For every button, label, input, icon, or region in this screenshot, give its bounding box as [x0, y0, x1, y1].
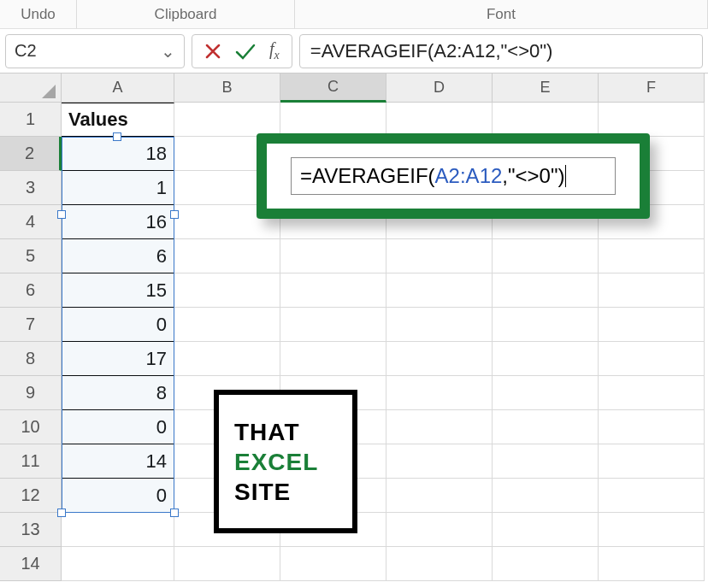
cell-a3[interactable]: 1 [62, 171, 174, 205]
row-header-13[interactable]: 13 [0, 513, 62, 547]
cell-a8[interactable]: 17 [62, 342, 174, 376]
cell-a11[interactable]: 14 [62, 444, 174, 479]
cell-e13[interactable] [493, 513, 599, 547]
cell-a9[interactable]: 8 [62, 376, 174, 410]
formula-callout: =AVERAGEIF(A2:A12,"<>0") [257, 133, 650, 219]
cell-b1[interactable] [174, 103, 280, 137]
cell-a6[interactable]: 15 [62, 273, 174, 308]
cancel-button[interactable] [201, 39, 225, 63]
logo-line-1: THAT [234, 417, 352, 447]
cell-d8[interactable] [386, 342, 493, 376]
cell-a12[interactable]: 0 [62, 479, 174, 513]
cell-a10[interactable]: 0 [62, 410, 174, 444]
select-all-corner[interactable] [0, 74, 62, 103]
cell-c14[interactable] [280, 547, 386, 581]
formula-bar-input[interactable]: =AVERAGEIF(A2:A12,"<>0") [299, 34, 703, 68]
cell-e8[interactable] [493, 342, 599, 376]
cell-e1[interactable] [493, 103, 599, 137]
row-header-9[interactable]: 9 [0, 376, 62, 410]
column-header-a[interactable]: A [62, 74, 174, 103]
cell-c1[interactable] [280, 103, 386, 137]
cell-f10[interactable] [599, 410, 705, 444]
name-box[interactable]: C2 ⌄ [5, 34, 185, 68]
cell-c7[interactable] [280, 308, 386, 342]
cell-b7[interactable] [174, 308, 280, 342]
cell-f13[interactable] [599, 513, 705, 547]
cell-d14[interactable] [386, 547, 493, 581]
row-header-3[interactable]: 3 [0, 171, 62, 205]
cell-b5[interactable] [174, 239, 280, 273]
cell-d10[interactable] [386, 410, 493, 444]
cell-d13[interactable] [386, 513, 493, 547]
cell-e9[interactable] [493, 376, 599, 410]
cell-d12[interactable] [386, 479, 493, 513]
text-cursor [565, 165, 566, 187]
cell-e14[interactable] [493, 547, 599, 581]
row-header-6[interactable]: 6 [0, 273, 62, 308]
cell-d6[interactable] [386, 273, 493, 308]
enter-button[interactable] [233, 39, 257, 63]
ribbon-group-clipboard: Clipboard [77, 0, 295, 28]
column-header-f[interactable]: F [599, 74, 705, 103]
row-14: 14 [0, 547, 708, 581]
column-header-b[interactable]: B [174, 74, 280, 103]
selection-handle[interactable] [57, 210, 66, 219]
selection-handle[interactable] [170, 509, 179, 517]
cell-e7[interactable] [493, 308, 599, 342]
fx-icon[interactable]: fx [266, 39, 283, 62]
cell-e10[interactable] [493, 410, 599, 444]
cell-f14[interactable] [599, 547, 705, 581]
cell-e6[interactable] [493, 273, 599, 308]
selection-handle[interactable] [57, 509, 66, 517]
cell-e12[interactable] [493, 479, 599, 513]
cell-c5[interactable] [280, 239, 386, 273]
cell-f12[interactable] [599, 479, 705, 513]
cell-f7[interactable] [599, 308, 705, 342]
cell-a7[interactable]: 0 [62, 308, 174, 342]
row-header-5[interactable]: 5 [0, 239, 62, 273]
row-header-12[interactable]: 12 [0, 479, 62, 513]
cell-a13[interactable] [62, 513, 174, 547]
cell-a14[interactable] [62, 547, 174, 581]
cell-f8[interactable] [599, 342, 705, 376]
cell-a5[interactable]: 6 [62, 239, 174, 273]
cell-e11[interactable] [493, 444, 599, 479]
cell-a2[interactable]: 18 [62, 137, 174, 171]
column-header-e[interactable]: E [493, 74, 599, 103]
row-header-2[interactable]: 2 [0, 137, 62, 171]
column-header-d[interactable]: D [386, 74, 493, 103]
cell-b6[interactable] [174, 273, 280, 308]
cell-f11[interactable] [599, 444, 705, 479]
chevron-down-icon[interactable]: ⌄ [161, 41, 175, 62]
row-header-7[interactable]: 7 [0, 308, 62, 342]
selection-handle[interactable] [170, 210, 179, 219]
cell-f9[interactable] [599, 376, 705, 410]
cell-d11[interactable] [386, 444, 493, 479]
cell-c8[interactable] [280, 342, 386, 376]
column-header-c[interactable]: C [280, 74, 386, 103]
row-header-4[interactable]: 4 [0, 205, 62, 239]
cell-f6[interactable] [599, 273, 705, 308]
row-header-14[interactable]: 14 [0, 547, 62, 581]
formula-edit-bar: C2 ⌄ fx =AVERAGEIF(A2:A12,"<>0") [0, 29, 708, 74]
cell-e5[interactable] [493, 239, 599, 273]
column-headers: ABCDEF [0, 74, 708, 103]
cell-a4[interactable]: 16 [62, 205, 174, 239]
cell-a1[interactable]: Values [62, 103, 174, 137]
formula-callout-input[interactable]: =AVERAGEIF(A2:A12,"<>0") [291, 157, 616, 195]
cell-b8[interactable] [174, 342, 280, 376]
cell-d7[interactable] [386, 308, 493, 342]
selection-handle[interactable] [113, 132, 121, 141]
cell-d5[interactable] [386, 239, 493, 273]
cell-d1[interactable] [386, 103, 493, 137]
formula-bar-buttons: fx [192, 34, 292, 68]
cell-b14[interactable] [174, 547, 280, 581]
row-header-1[interactable]: 1 [0, 103, 62, 137]
cell-d9[interactable] [386, 376, 493, 410]
row-header-11[interactable]: 11 [0, 444, 62, 479]
row-header-10[interactable]: 10 [0, 410, 62, 444]
cell-f1[interactable] [599, 103, 705, 137]
cell-f5[interactable] [599, 239, 705, 273]
row-header-8[interactable]: 8 [0, 342, 62, 376]
cell-c6[interactable] [280, 273, 386, 308]
